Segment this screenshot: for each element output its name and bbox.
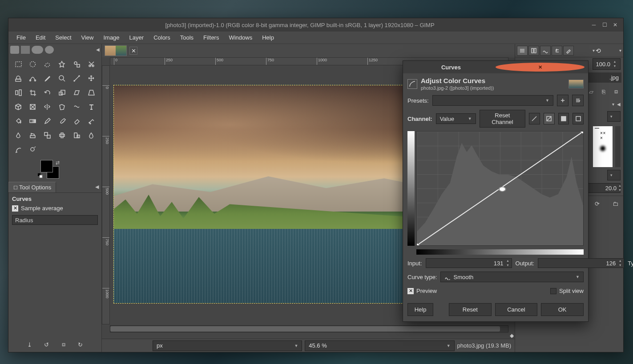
open-folder-icon[interactable]: 🗀 — [612, 200, 620, 208]
tool-rect-select[interactable] — [12, 58, 24, 70]
restore-options-icon[interactable]: ↺ — [43, 340, 51, 348]
configure-tab-icon[interactable]: ◀ — [96, 47, 100, 52]
rotate-reset-icon[interactable]: ⟲ — [596, 47, 601, 54]
tool-blur[interactable] — [85, 129, 97, 141]
tool-rotate[interactable] — [41, 86, 54, 99]
menu-windows[interactable]: Windows — [224, 32, 257, 43]
menu-image[interactable]: Image — [99, 32, 124, 43]
tool-cage[interactable] — [56, 100, 69, 113]
radius-input[interactable] — [33, 217, 109, 224]
save-options-icon[interactable]: ⤓ — [26, 340, 34, 348]
tool-gradient[interactable] — [27, 115, 39, 127]
tool-scissors[interactable] — [85, 58, 97, 70]
tool-smudge[interactable] — [12, 143, 24, 156]
tool-dodge-burn[interactable] — [27, 143, 39, 156]
brush-preview[interactable]: × ×× — [593, 126, 613, 167]
dialog-close-icon[interactable]: ✕ — [496, 63, 585, 72]
curves-graph[interactable] — [416, 131, 584, 246]
input-value[interactable] — [429, 260, 505, 267]
reset-button[interactable]: Reset — [449, 303, 492, 316]
tool-fuzzy-select[interactable] — [56, 58, 69, 70]
menu-layer[interactable]: Layer — [125, 32, 149, 43]
menu-filters[interactable]: Filters — [199, 32, 223, 43]
dialog-title-bar[interactable]: Curves ✕ — [403, 61, 588, 73]
tool-shear[interactable] — [70, 86, 83, 99]
tool-paintbrush[interactable] — [56, 115, 69, 127]
refresh-brush-icon[interactable]: ⟳ — [593, 200, 601, 208]
tool-free-select[interactable] — [41, 58, 54, 70]
preview-checkbox[interactable]: ✕Preview — [407, 286, 437, 296]
minimize-button[interactable]: ─ — [589, 20, 599, 30]
tool-heal[interactable] — [56, 129, 69, 141]
zoom-combo[interactable]: 45.6 %▼ — [305, 340, 454, 351]
menu-edit[interactable]: Edit — [31, 32, 50, 43]
tool-align[interactable] — [12, 86, 24, 99]
curve-type-combo[interactable]: Smooth▼ — [440, 272, 584, 282]
sample-average-checkbox[interactable]: ✕Sample average — [12, 203, 98, 213]
tool-options-tab[interactable]: ☐ Tool Options — [8, 182, 56, 192]
fg-bg-swatches[interactable]: ⇄ — [39, 160, 65, 180]
brush-mode-combo[interactable]: ▾ — [607, 170, 621, 180]
horizontal-scrollbar[interactable] — [110, 325, 508, 332]
configure-tab-icon[interactable]: ◀ — [93, 184, 101, 190]
tool-measure[interactable] — [70, 72, 83, 84]
tool-unified-transform[interactable] — [27, 100, 39, 113]
tool-warp[interactable] — [70, 100, 83, 113]
tool-perspective[interactable] — [85, 86, 97, 99]
tool-3d-transform[interactable] — [12, 100, 24, 113]
navigation-icon[interactable]: ◆ — [510, 332, 514, 339]
tool-pencil[interactable] — [41, 115, 54, 127]
ruler-vertical[interactable]: 0 250 500 750 1000 — [102, 65, 110, 324]
menu-tools[interactable]: Tools — [176, 32, 198, 43]
tool-paths[interactable] — [27, 72, 39, 84]
tool-move[interactable] — [85, 72, 97, 84]
ok-button[interactable]: OK — [541, 303, 584, 316]
menu-view[interactable]: View — [77, 32, 98, 43]
menu-select[interactable]: Select — [51, 32, 76, 43]
patterns-tab-icon[interactable] — [528, 46, 539, 56]
undo-tab-icon[interactable] — [552, 46, 562, 56]
menu-help[interactable]: Help — [258, 32, 278, 43]
tool-flip[interactable] — [41, 100, 54, 113]
close-button[interactable]: ✕ — [610, 20, 621, 30]
presets-combo[interactable]: ▼ — [432, 95, 553, 106]
tool-mypaint[interactable] — [27, 129, 39, 141]
tool-foreground-select[interactable] — [12, 72, 24, 84]
vertical-scrollbar[interactable] — [615, 126, 621, 167]
tool-bucket-fill[interactable] — [12, 115, 24, 127]
tool-airbrush[interactable] — [85, 115, 97, 127]
image-tab-thumbnail[interactable] — [105, 45, 127, 56]
tool-ink[interactable] — [12, 129, 24, 141]
output-value[interactable] — [541, 260, 617, 267]
histogram-light-icon[interactable] — [573, 113, 584, 124]
image-tab-close-icon[interactable]: ✕ — [129, 47, 137, 55]
split-view-checkbox[interactable]: Split view — [550, 286, 584, 296]
reset-channel-button[interactable]: Reset Channel — [480, 110, 525, 128]
gradients-tab-icon[interactable] — [540, 46, 551, 56]
tool-perspective-clone[interactable] — [70, 129, 83, 141]
opacity-value[interactable]: 100.0▲▼ — [593, 58, 621, 70]
unit-combo[interactable]: px▼ — [153, 340, 302, 351]
delete-layer-icon[interactable]: ⧈ — [612, 87, 621, 96]
maximize-button[interactable]: ☐ — [599, 20, 610, 30]
delete-options-icon[interactable]: ⧈ — [60, 340, 68, 348]
tool-ellipse-select[interactable] — [27, 58, 39, 70]
chevron-down-icon[interactable]: ▾ — [612, 102, 614, 107]
channel-combo[interactable]: Value▼ — [436, 113, 476, 124]
tool-zoom[interactable] — [56, 72, 69, 84]
menu-colors[interactable]: Colors — [149, 32, 175, 43]
configure-tab-icon[interactable]: ◀ — [617, 102, 621, 107]
paint-tab-icon[interactable] — [563, 46, 574, 56]
tool-eraser[interactable] — [70, 115, 83, 127]
radius-field[interactable]: Radius ▲▼ — [12, 215, 98, 225]
tool-by-color-select[interactable] — [70, 58, 83, 70]
chevron-down-icon[interactable]: ▾ — [619, 48, 621, 53]
tool-clone[interactable] — [41, 129, 54, 141]
cancel-button[interactable]: Cancel — [495, 303, 538, 316]
tool-crop[interactable] — [27, 86, 39, 99]
help-button[interactable]: Help — [407, 303, 433, 316]
brush-select-combo[interactable]: ▾ — [607, 111, 621, 122]
tool-color-picker[interactable] — [41, 72, 54, 84]
log-histogram-icon[interactable] — [544, 113, 555, 124]
raise-layer-icon[interactable]: ⎘ — [599, 87, 608, 96]
